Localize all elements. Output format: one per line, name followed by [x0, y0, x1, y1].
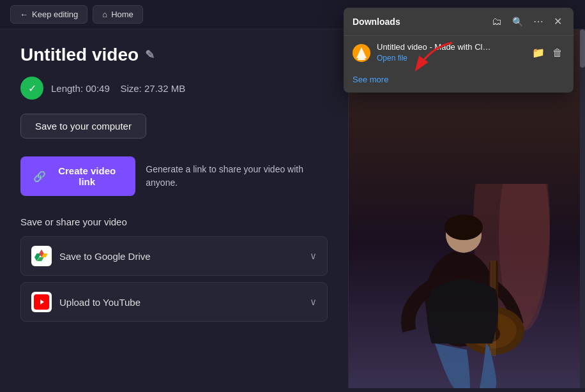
save-btn-label: Save to your computer: [35, 121, 132, 132]
show-in-folder-button[interactable]: 📁: [530, 45, 547, 61]
search-icon: 🔍: [512, 17, 523, 27]
download-item-actions: 📁 🗑: [530, 45, 565, 61]
create-link-btn-label: Create video link: [51, 165, 123, 187]
check-circle-icon: ✓: [20, 77, 43, 100]
page-title: Untitled video: [20, 45, 139, 65]
save-to-gdrive-option[interactable]: Save to Google Drive ∨: [20, 236, 328, 276]
right-scrollbar[interactable]: [580, 29, 585, 388]
page-title-row: Untitled video ✎: [20, 45, 328, 65]
open-file-link[interactable]: Open file: [377, 54, 407, 63]
delete-download-button[interactable]: 🗑: [551, 45, 565, 61]
upload-to-youtube-option[interactable]: Upload to YouTube ∨: [20, 282, 328, 322]
close-icon: ✕: [554, 16, 562, 27]
see-more-link[interactable]: See more: [353, 75, 388, 84]
gdrive-icon: [31, 246, 52, 266]
guitar-player-graphic: [371, 184, 563, 388]
back-arrow-icon: ←: [20, 10, 28, 19]
length-label: Length: 00:49: [51, 83, 110, 94]
more-options-button[interactable]: ⋯: [531, 14, 546, 29]
keep-editing-button[interactable]: ← Keep editing: [10, 5, 87, 24]
home-icon: ⌂: [102, 10, 107, 19]
more-icon: ⋯: [533, 16, 543, 27]
scrollbar-thumb: [580, 29, 585, 68]
edit-title-icon[interactable]: ✎: [145, 48, 155, 62]
save-to-computer-button[interactable]: Save to your computer: [20, 114, 146, 139]
video-info: ✓ Length: 00:49 Size: 27.32 MB: [20, 77, 328, 100]
see-more-section: See more: [344, 70, 574, 93]
left-panel: Untitled video ✎ ✓ Length: 00:49 Size: 2…: [0, 29, 348, 388]
downloads-title: Downloads: [353, 17, 489, 27]
create-video-link-button[interactable]: 🔗 Create video link: [20, 156, 135, 196]
downloads-header: Downloads 🗂 🔍 ⋯ ✕: [344, 8, 574, 36]
link-icon: 🔗: [33, 170, 46, 183]
create-link-description: Generate a link to share your video with…: [146, 163, 328, 190]
home-button[interactable]: ⌂ Home: [93, 5, 143, 24]
folder-small-icon: 📁: [532, 47, 545, 58]
home-label: Home: [111, 10, 133, 19]
youtube-chevron-icon: ∨: [310, 296, 317, 308]
create-link-section: 🔗 Create video link Generate a link to s…: [20, 156, 328, 196]
search-downloads-button[interactable]: 🔍: [510, 15, 526, 29]
downloads-header-actions: 🗂 🔍 ⋯ ✕: [489, 14, 565, 29]
gdrive-chevron-icon: ∨: [310, 250, 317, 262]
youtube-icon: [31, 292, 52, 312]
size-label: Size: 27.32 MB: [120, 83, 185, 94]
downloads-popup: Downloads 🗂 🔍 ⋯ ✕ Untitled: [344, 8, 574, 93]
trash-icon: 🗑: [552, 47, 563, 58]
close-downloads-button[interactable]: ✕: [551, 14, 565, 29]
download-item-name: Untitled video - Made with Clipchamp..: [377, 42, 492, 52]
gdrive-label: Save to Google Drive: [59, 251, 302, 262]
download-item-info: Untitled video - Made with Clipchamp.. O…: [377, 42, 524, 63]
vlc-icon: [353, 44, 370, 62]
video-meta: Length: 00:49 Size: 27.32 MB: [51, 83, 185, 94]
folder-icon: 🗂: [492, 16, 502, 27]
svg-point-6: [444, 215, 483, 240]
open-folder-button[interactable]: 🗂: [489, 15, 505, 29]
keep-editing-label: Keep editing: [32, 10, 78, 19]
youtube-label: Upload to YouTube: [59, 297, 302, 308]
svg-rect-16: [358, 58, 365, 60]
share-section-title: Save or share your video: [20, 216, 328, 227]
download-item: Untitled video - Made with Clipchamp.. O…: [344, 36, 574, 70]
